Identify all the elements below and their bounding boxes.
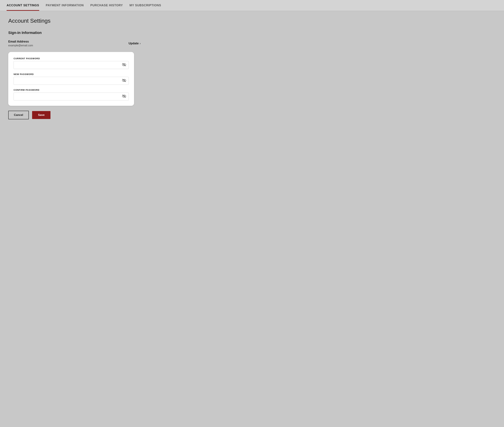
confirm-password-label: CONFIRM PASSWORD: [14, 89, 129, 91]
tab-payment-information[interactable]: PAYMENT INFORMATION: [46, 0, 84, 11]
email-label: Email Address: [8, 40, 33, 43]
tab-purchase-history[interactable]: PURCHASE HISTORY: [90, 0, 123, 11]
toggle-current-password-icon[interactable]: [122, 63, 126, 67]
main-content: Account Settings Sign-in Information Ema…: [0, 11, 504, 126]
confirm-password-input[interactable]: [14, 92, 129, 100]
password-card: CURRENT PASSWORD NEW PASSWORD: [8, 52, 134, 106]
tab-bar: ACCOUNT SETTINGS PAYMENT INFORMATION PUR…: [0, 0, 504, 11]
toggle-confirm-password-icon[interactable]: [122, 94, 126, 99]
email-value: example@email.com: [8, 44, 33, 47]
email-info: Email Address example@email.com: [8, 40, 33, 47]
confirm-password-group: CONFIRM PASSWORD: [14, 89, 129, 100]
confirm-password-wrapper: [14, 92, 129, 100]
tab-my-subscriptions[interactable]: MY SUBSCRIPTIONS: [129, 0, 161, 11]
current-password-wrapper: [14, 61, 129, 69]
cancel-button[interactable]: Cancel: [8, 111, 29, 119]
save-button[interactable]: Save: [32, 111, 51, 119]
new-password-group: NEW PASSWORD: [14, 73, 129, 85]
current-password-label: CURRENT PASSWORD: [14, 57, 129, 60]
current-password-group: CURRENT PASSWORD: [14, 57, 129, 69]
toggle-new-password-icon[interactable]: [122, 79, 126, 83]
new-password-input[interactable]: [14, 77, 129, 85]
update-label: Update: [128, 42, 139, 45]
current-password-input[interactable]: [14, 61, 129, 69]
update-email-link[interactable]: Update ›: [128, 42, 141, 45]
tab-account-settings[interactable]: ACCOUNT SETTINGS: [7, 0, 39, 11]
email-row: Email Address example@email.com Update ›: [8, 40, 141, 47]
new-password-label: NEW PASSWORD: [14, 73, 129, 76]
new-password-wrapper: [14, 77, 129, 85]
page-title: Account Settings: [8, 17, 496, 24]
section-title: Sign-in Information: [8, 30, 496, 35]
chevron-right-icon: ›: [140, 42, 141, 45]
action-buttons: Cancel Save: [8, 111, 496, 119]
